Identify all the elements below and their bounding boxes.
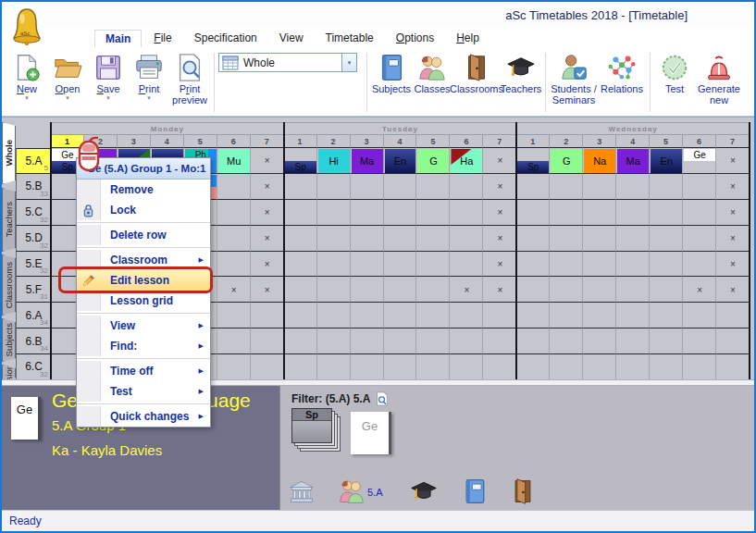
timetable-cell[interactable] [483,328,516,354]
lesson-card-g[interactable]: G [417,149,449,173]
timetable-cell[interactable] [351,303,384,328]
menu-item-timetable[interactable]: Timetable [316,30,384,46]
timetable-cell[interactable] [550,303,583,328]
blocked-cell[interactable]: × [251,226,284,252]
period-header-monday-4[interactable]: 4 [151,135,184,148]
timetable-cell[interactable] [284,277,317,303]
toolbar-button-relations[interactable]: Relations [598,50,646,94]
lesson-card-ma[interactable]: Ma [617,149,649,173]
timetable-cell[interactable] [384,328,417,354]
timetable-cell[interactable] [450,174,483,200]
toolbar-button-students-seminars[interactable]: Students / Seminars [550,50,598,105]
timetable-cell[interactable] [284,174,317,200]
timetable-cell[interactable] [251,328,284,354]
context-menu-item-view[interactable]: View▶ [77,316,210,336]
dropdown-caret-icon[interactable]: ▼ [24,95,30,101]
period-header-monday-3[interactable]: 3 [118,135,151,148]
card-sp[interactable]: Sp [291,408,332,443]
row-label-5-e[interactable]: 5.E32 [16,252,51,278]
context-menu-item-delete-row[interactable]: Delete row [77,225,210,245]
context-menu-item-time-off[interactable]: Time off▶ [77,361,210,381]
row-label-6-a[interactable]: 6.A34 [16,303,51,328]
sidebar-tab-subjects[interactable]: Subjects [2,318,16,362]
period-header-wednesday-2[interactable]: 2 [550,135,583,148]
timetable-cell[interactable] [450,200,483,226]
context-menu-item-edit-lesson[interactable]: Edit lesson [77,270,210,291]
view-selector-dropdown-button[interactable]: ▼ [341,54,356,71]
blocked-cell[interactable]: × [716,226,750,252]
timetable-cell[interactable] [317,200,351,226]
timetable-cell[interactable] [650,303,683,328]
timetable-cell[interactable] [550,252,583,278]
timetable-cell[interactable] [616,303,650,328]
period-header-tuesday-5[interactable]: 5 [416,135,450,148]
timetable-cell[interactable] [317,226,351,252]
timetable-cell[interactable] [650,200,683,226]
blocked-cell[interactable]: × [483,200,516,226]
classrooms-icon[interactable] [509,477,537,505]
timetable-cell[interactable] [550,354,583,379]
timetable-cell[interactable] [416,200,450,226]
timetable-cell[interactable] [583,174,616,200]
subjects-icon[interactable] [461,477,489,505]
timetable-cell[interactable] [384,226,417,252]
timetable-cell[interactable] [384,354,417,379]
timetable-cell[interactable] [483,354,516,379]
timetable-cell[interactable] [650,354,683,379]
menu-item-help[interactable]: Help [446,30,490,46]
timetable-cell[interactable] [317,252,351,278]
context-menu-item-remove[interactable]: Remove [77,180,210,200]
context-menu-item-lesson-grid[interactable]: Lesson grid [77,291,210,311]
blocked-cell[interactable]: × [251,277,284,303]
timetable-cell[interactable] [217,303,251,328]
timetable-cell[interactable] [683,226,716,252]
timetable-cell[interactable] [217,174,251,200]
timetable-cell[interactable] [217,226,251,252]
timetable-cell[interactable] [351,226,384,252]
toolbar-button-generate-new[interactable]: Generate new [695,50,743,105]
row-label-5-c[interactable]: 5.C32 [16,200,51,226]
school-building-icon[interactable] [288,477,316,505]
period-header-wednesday-1[interactable]: 1 [516,135,550,148]
lesson-card-ge[interactable]: Ge [11,397,41,440]
timetable-cell[interactable] [616,226,650,252]
timetable-cell[interactable] [450,354,483,379]
toolbar-button-print[interactable]: Print▼ [129,50,169,101]
timetable-cell[interactable] [384,303,417,328]
toolbar-button-new[interactable]: New▼ [6,50,47,101]
menu-item-main[interactable]: Main [94,30,142,47]
blocked-cell[interactable]: × [483,148,516,174]
card-stack-sp[interactable]: Sp [291,408,347,458]
toolbar-button-classes[interactable]: Classes [412,50,452,94]
view-selector[interactable]: Whole▼ [218,53,357,72]
timetable-cell[interactable] [251,354,284,379]
timetable-cell[interactable] [683,303,716,328]
blocked-cell[interactable]: × [217,277,251,303]
timetable-cell[interactable] [583,226,616,252]
timetable-cell[interactable] [450,303,483,328]
timetable-cell[interactable] [516,200,550,226]
timetable-cell[interactable] [384,252,417,278]
timetable-cell[interactable] [716,328,750,354]
timetable-cell[interactable] [351,252,384,278]
timetable-cell[interactable] [583,277,616,303]
toolbar-button-teachers[interactable]: Teachers [501,50,541,94]
timetable-cell[interactable] [683,252,716,278]
period-header-tuesday-1[interactable]: 1 [284,135,317,148]
context-menu-item-test[interactable]: Test▶ [77,381,210,402]
timetable-cell[interactable] [683,200,716,226]
menu-item-specification[interactable]: Specification [184,30,267,46]
timetable-cell[interactable] [516,174,550,200]
blocked-cell[interactable]: × [450,277,483,303]
timetable-cell[interactable] [516,303,550,328]
dropdown-caret-icon[interactable]: ▼ [105,95,111,101]
lesson-card-hi[interactable]: Hi [318,149,350,173]
blocked-cell[interactable]: × [716,148,750,174]
blocked-cell[interactable]: × [716,252,750,278]
timetable-cell[interactable] [616,200,650,226]
row-label-5-a[interactable]: 5.A5 [16,148,51,174]
timetable-cell[interactable] [550,226,583,252]
blocked-cell[interactable]: × [716,277,750,303]
period-header-tuesday-6[interactable]: 6 [450,135,483,148]
timetable-cell[interactable] [450,252,483,278]
